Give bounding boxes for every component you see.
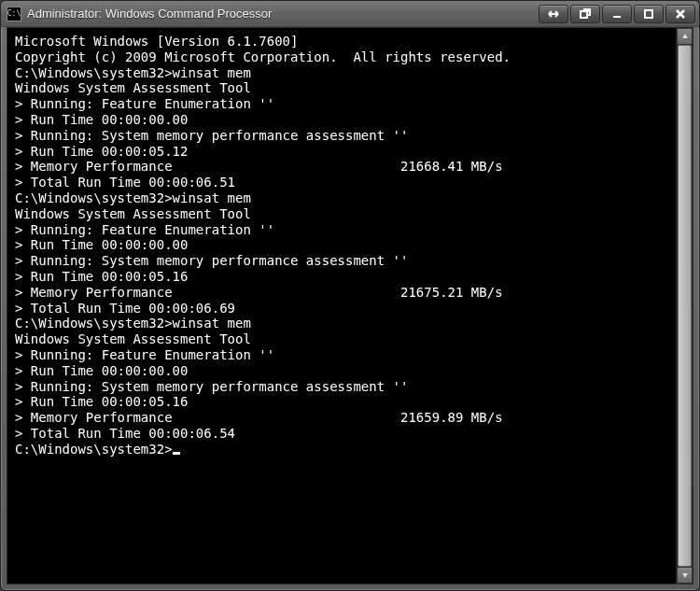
client-area: Microsoft Windows [Version 6.1.7600]Copy… xyxy=(7,27,693,584)
terminal-line: C:\Windows\system32>winsat mem xyxy=(15,190,668,206)
terminal-line: > Total Run Time 00:00:06.51 xyxy=(15,175,668,190)
maximize-button[interactable] xyxy=(634,5,664,23)
terminal-line: > Memory Performance 21675.21 MB/s xyxy=(15,285,668,301)
terminal-line: Microsoft Windows [Version 6.1.7600] xyxy=(15,34,668,49)
svg-rect-1 xyxy=(645,10,652,18)
terminal-line: > Run Time 00:00:05.16 xyxy=(15,394,668,410)
terminal-output[interactable]: Microsoft Windows [Version 6.1.7600]Copy… xyxy=(7,28,676,584)
scroll-thumb[interactable] xyxy=(678,45,692,567)
popout-button[interactable] xyxy=(570,5,600,23)
scrollbar[interactable] xyxy=(676,28,693,584)
scroll-down-button[interactable] xyxy=(677,567,693,584)
terminal-line: Windows System Assessment Tool xyxy=(15,331,668,347)
terminal-line: > Memory Performance 21668.41 MB/s xyxy=(15,159,668,175)
terminal-line: > Run Time 00:00:00.00 xyxy=(15,363,668,379)
cmd-icon: C:\ xyxy=(7,7,21,21)
close-button[interactable] xyxy=(665,5,695,23)
cmd-window: C:\ Administrator: Windows Command Proce… xyxy=(0,0,700,591)
minimize-button[interactable] xyxy=(602,5,632,23)
terminal-prompt[interactable]: C:\Windows\system32> xyxy=(15,442,668,457)
terminal-line: > Running: Feature Enumeration '' xyxy=(15,347,668,363)
terminal-line: > Running: System memory performance ass… xyxy=(15,379,668,395)
terminal-line: > Run Time 00:00:00.00 xyxy=(15,237,668,253)
terminal-line: > Memory Performance 21659.89 MB/s xyxy=(15,410,668,426)
terminal-line: > Run Time 00:00:05.16 xyxy=(15,269,668,285)
terminal-line: > Running: Feature Enumeration '' xyxy=(15,96,668,112)
window-title: Administrator: Windows Command Processor xyxy=(27,7,272,21)
terminal-line: Windows System Assessment Tool xyxy=(15,80,668,96)
terminal-line: Windows System Assessment Tool xyxy=(15,206,668,222)
titlebar[interactable]: C:\ Administrator: Windows Command Proce… xyxy=(1,1,699,27)
terminal-line: > Run Time 00:00:05.12 xyxy=(15,144,668,160)
svg-rect-0 xyxy=(581,11,587,18)
resize-horiz-button[interactable] xyxy=(539,5,568,23)
scroll-up-button[interactable] xyxy=(677,28,693,45)
terminal-line: C:\Windows\system32>winsat mem xyxy=(15,316,668,331)
cursor xyxy=(173,452,180,455)
terminal-line: > Running: System memory performance ass… xyxy=(15,128,668,144)
terminal-line: > Running: System memory performance ass… xyxy=(15,253,668,269)
terminal-line: > Run Time 00:00:00.00 xyxy=(15,112,668,128)
terminal-line: Copyright (c) 2009 Microsoft Corporation… xyxy=(15,49,668,65)
terminal-line: > Total Run Time 00:00:06.69 xyxy=(15,301,668,317)
terminal-line: > Running: Feature Enumeration '' xyxy=(15,222,668,238)
terminal-line: > Total Run Time 00:00:06.54 xyxy=(15,426,668,442)
window-controls xyxy=(539,5,695,23)
scroll-track[interactable] xyxy=(677,45,693,567)
terminal-line: C:\Windows\system32>winsat mem xyxy=(15,65,668,81)
